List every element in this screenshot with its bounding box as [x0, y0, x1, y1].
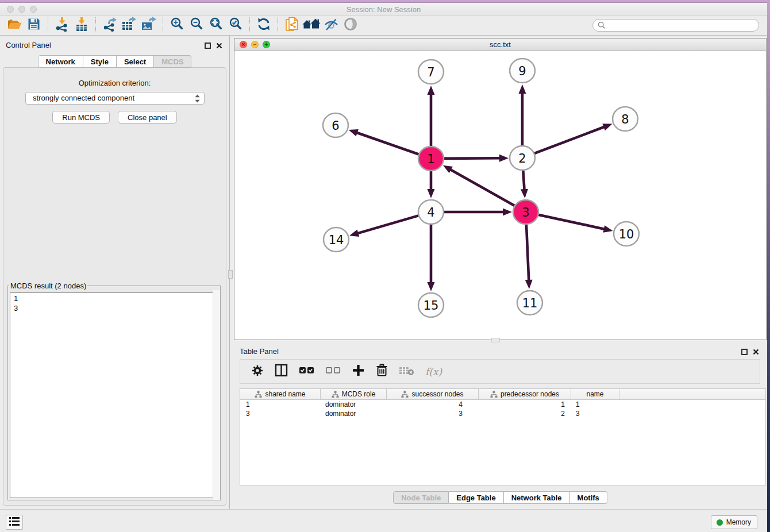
zoom-out-button[interactable] — [187, 17, 206, 34]
graph-node-label-11: 11 — [522, 296, 538, 310]
import-network-button[interactable] — [52, 17, 72, 34]
table-row[interactable]: 3dominator323 — [240, 409, 765, 418]
column-header-predecessor-nodes[interactable]: predecessor nodes — [479, 389, 571, 399]
control-panel-tabs: NetworkStyleSelectMCDS — [0, 55, 229, 68]
table-settings-button[interactable] — [251, 364, 264, 379]
graph-edge-3-10[interactable] — [538, 215, 605, 229]
memory-button[interactable]: Memory — [711, 515, 757, 529]
control-tab-style[interactable]: Style — [83, 55, 117, 68]
wallpaper-strip-right — [767, 0, 770, 532]
table-cell[interactable]: 2 — [479, 409, 571, 418]
table-cell[interactable]: 4 — [387, 400, 479, 409]
show-graphics-button[interactable] — [341, 17, 360, 34]
zoom-fit-icon — [209, 17, 224, 34]
save-session-button[interactable] — [24, 17, 44, 34]
graph-edge-3-11[interactable] — [526, 225, 529, 281]
table-tab-node-table[interactable]: Node Table — [393, 491, 449, 504]
search-input[interactable] — [592, 19, 759, 32]
table-tab-motifs[interactable]: Motifs — [570, 491, 607, 504]
list-icon — [9, 516, 20, 529]
open-session-button[interactable] — [5, 17, 24, 34]
zoom-in-button[interactable] — [167, 17, 187, 34]
control-tab-network[interactable]: Network — [38, 55, 83, 68]
delete-column-button[interactable] — [376, 364, 388, 379]
table-cell[interactable]: 1 — [571, 400, 619, 409]
run-mcds-button[interactable]: Run MCDS — [52, 111, 110, 124]
table-cell[interactable]: dominator — [321, 400, 387, 409]
graph-arrowhead — [503, 209, 512, 216]
control-tab-mcds[interactable]: MCDS — [154, 55, 191, 68]
graph-edge-4-14[interactable] — [357, 215, 418, 233]
table-tab-edge-table[interactable]: Edge Table — [449, 491, 503, 504]
toolbar-separator — [278, 17, 278, 33]
table-cell[interactable]: 1 — [479, 400, 571, 409]
table-panel-title: Table Panel — [240, 347, 279, 356]
hierarchy-icon — [332, 391, 339, 398]
column-header-name[interactable]: name — [571, 389, 619, 399]
float-panel-icon[interactable] — [205, 41, 211, 51]
table-cell[interactable]: dominator — [321, 409, 387, 418]
graph-edge-3-1[interactable] — [450, 169, 515, 206]
delete-table-button[interactable] — [399, 365, 414, 379]
graph-edge-2-3[interactable] — [523, 171, 524, 190]
show-columns-button[interactable] — [275, 364, 288, 379]
application-window: Session: New Session — [0, 0, 770, 532]
select-all-columns-button[interactable] — [299, 366, 314, 377]
first-neighbors-button[interactable] — [302, 17, 321, 34]
mcds-result-text[interactable]: 1 3 — [10, 292, 218, 498]
dropdown-stepper-icon — [195, 94, 200, 106]
export-table-button[interactable] — [120, 17, 139, 34]
houses-icon — [302, 17, 321, 33]
toolbar-separator — [95, 17, 96, 33]
result-scrollbar[interactable] — [213, 290, 220, 500]
close-panel-icon[interactable] — [216, 41, 222, 51]
zoom-fit-button[interactable] — [206, 17, 226, 34]
graph-edge-1-2[interactable] — [444, 158, 500, 159]
new-network-button[interactable] — [282, 17, 302, 34]
graph-node-label-1: 1 — [427, 152, 434, 166]
table-cell[interactable]: 3 — [387, 409, 479, 418]
graph-node-label-8: 8 — [621, 113, 629, 126]
create-column-button[interactable] — [352, 364, 365, 379]
export-image-button[interactable] — [139, 17, 159, 34]
float-panel-icon[interactable] — [741, 347, 748, 357]
horizontal-splitter-handle[interactable] — [491, 338, 500, 342]
function-builder-button[interactable]: f(x) — [425, 366, 442, 377]
column-header-label: predecessor nodes — [500, 390, 559, 398]
network-graph[interactable]: 7968124314101511 — [234, 38, 766, 327]
export-table-icon — [121, 17, 137, 34]
hide-graphics-button[interactable] — [321, 17, 341, 34]
zoom-selected-icon — [228, 17, 243, 34]
criterion-dropdown-value: strongly connected component — [33, 94, 134, 102]
table-cell[interactable]: 3 — [571, 409, 619, 418]
search-box — [592, 19, 759, 32]
criterion-dropdown[interactable]: strongly connected component — [25, 92, 205, 105]
mcds-tab-content: Optimization criterion: strongly connect… — [3, 67, 226, 506]
task-history-button[interactable] — [6, 515, 23, 530]
node-table-body: 1dominator4113dominator323 — [240, 400, 765, 418]
control-tab-select[interactable]: Select — [117, 55, 154, 68]
graph-node-label-4: 4 — [427, 206, 434, 219]
zoom-selected-button[interactable] — [226, 17, 245, 34]
table-cell[interactable]: 1 — [240, 400, 321, 409]
unselect-all-columns-button[interactable] — [325, 366, 341, 377]
graph-edge-1-6[interactable] — [356, 133, 419, 155]
mcds-result-title: MCDS result (2 nodes) — [9, 282, 87, 290]
zoom-in-icon — [170, 17, 184, 34]
column-header-successor-nodes[interactable]: successor nodes — [387, 389, 479, 399]
table-row[interactable]: 1dominator411 — [240, 400, 765, 409]
vertical-splitter-handle[interactable] — [228, 270, 233, 279]
graph-arrowhead — [521, 189, 528, 198]
eye-icon — [342, 17, 359, 33]
graph-edge-2-8[interactable] — [534, 126, 605, 153]
table-cell[interactable]: 3 — [240, 409, 321, 418]
import-table-button[interactable] — [72, 17, 91, 34]
table-tab-network-table[interactable]: Network Table — [504, 491, 570, 504]
close-panel-button[interactable]: Close panel — [118, 111, 177, 124]
table-panel: Table Panel f(x) shared nameMCDS rolesuc… — [234, 342, 767, 509]
column-header-mcds-role[interactable]: MCDS role — [321, 389, 387, 399]
export-network-button[interactable] — [100, 17, 120, 34]
close-panel-icon[interactable] — [753, 347, 759, 357]
apply-layout-button[interactable] — [254, 17, 274, 34]
column-header-shared-name[interactable]: shared name — [240, 389, 321, 399]
